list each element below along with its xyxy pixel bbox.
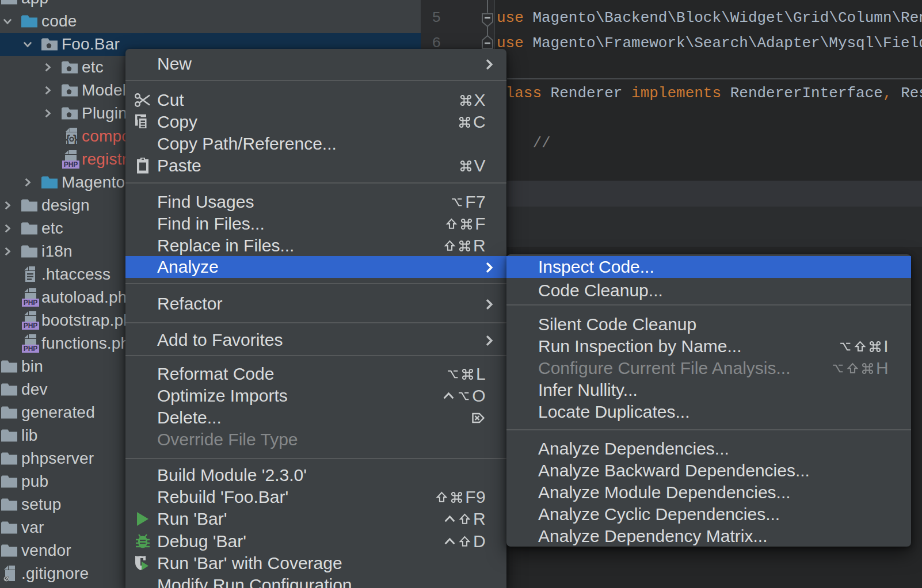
svg-text:PHP: PHP bbox=[24, 322, 38, 330]
svg-text:PHP: PHP bbox=[24, 345, 38, 353]
svg-text:PHP: PHP bbox=[24, 299, 38, 307]
svg-text:PHP: PHP bbox=[64, 161, 78, 169]
